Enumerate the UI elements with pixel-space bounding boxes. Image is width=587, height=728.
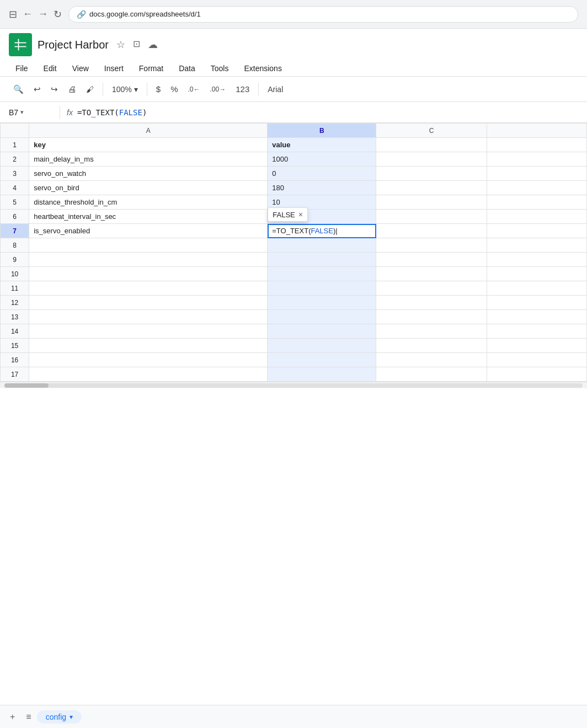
cell-d12[interactable] [487,296,587,310]
cell-c11[interactable] [376,281,487,296]
cell-d1[interactable] [487,138,587,152]
cell-a13[interactable] [29,310,268,324]
col-header-a[interactable]: A [29,124,268,138]
active-sheet-tab[interactable]: config ▾ [37,710,82,724]
cell-a11[interactable] [29,281,268,296]
cell-d6[interactable] [487,210,587,224]
cell-a3[interactable]: servo_on_watch [29,167,268,181]
sidebar-toggle-icon[interactable]: ⊟ [9,8,17,20]
cell-c2[interactable] [376,152,487,167]
cell-b7[interactable]: =TO_TEXT(FALSE)| [268,224,376,238]
cell-d8[interactable] [487,238,587,253]
currency-button[interactable]: $ [152,82,165,96]
cell-a4[interactable]: servo_on_bird [29,181,268,195]
menu-data[interactable]: Data [172,61,202,76]
cell-b9[interactable] [268,253,376,267]
cell-d2[interactable] [487,152,587,167]
cell-a17[interactable] [29,367,268,382]
cell-b3[interactable]: 0 [268,167,376,181]
cell-c10[interactable] [376,267,487,281]
cell-c15[interactable] [376,339,487,353]
menu-extensions[interactable]: Extensions [237,61,288,76]
cloud-icon[interactable]: ☁ [148,39,158,51]
cell-d17[interactable] [487,367,587,382]
cell-a2[interactable]: main_delay_in_ms [29,152,268,167]
cell-a10[interactable] [29,267,268,281]
horizontal-scrollbar[interactable] [0,382,587,388]
cell-c6[interactable] [376,210,487,224]
cell-d5[interactable] [487,195,587,210]
format-number-button[interactable]: 123 [231,82,254,96]
cell-d15[interactable] [487,339,587,353]
menu-format[interactable]: Format [132,61,170,76]
cell-d4[interactable] [487,181,587,195]
cell-c14[interactable] [376,324,487,339]
cell-a12[interactable] [29,296,268,310]
zoom-control[interactable]: 100% ▾ [108,83,142,96]
cell-c3[interactable] [376,167,487,181]
cell-a1[interactable]: key [29,138,268,152]
menu-file[interactable]: File [9,61,35,76]
sheets-menu-button[interactable]: ≡ [20,709,36,725]
scrollbar-track[interactable] [4,383,583,388]
cell-c8[interactable] [376,238,487,253]
cell-c17[interactable] [376,367,487,382]
menu-view[interactable]: View [66,61,95,76]
cell-a6[interactable]: heartbeat_interval_in_sec [29,210,268,224]
cell-a5[interactable]: distance_threshold_in_cm [29,195,268,210]
percent-button[interactable]: % [166,82,182,96]
cell-b15[interactable] [268,339,376,353]
col-header-c[interactable]: C [376,124,487,138]
cell-c13[interactable] [376,310,487,324]
cell-d7[interactable] [487,224,587,238]
refresh-icon[interactable]: ↻ [54,8,62,20]
cell-b4[interactable]: 180 [268,181,376,195]
cell-c1[interactable] [376,138,487,152]
decimal-dec-button[interactable]: .0← [184,83,205,95]
cell-c9[interactable] [376,253,487,267]
cell-d16[interactable] [487,353,587,367]
cell-d3[interactable] [487,167,587,181]
print-button[interactable]: 🖨 [63,82,81,96]
cell-c16[interactable] [376,353,487,367]
scrollbar-thumb[interactable] [4,383,49,388]
back-icon[interactable]: ← [23,8,33,20]
cell-b2[interactable]: 1000 [268,152,376,167]
cell-a9[interactable] [29,253,268,267]
col-header-b[interactable]: B [268,124,376,138]
star-icon[interactable]: ☆ [116,39,125,51]
forward-icon[interactable]: → [38,8,48,20]
cell-reference[interactable]: B7 ▾ [9,108,53,117]
cell-a15[interactable] [29,339,268,353]
url-bar[interactable]: 🔗 docs.google.com/spreadsheets/d/1 [68,6,578,23]
cell-b13[interactable] [268,310,376,324]
cell-a8[interactable] [29,238,268,253]
cell-c7[interactable] [376,224,487,238]
cell-c5[interactable] [376,195,487,210]
add-sheet-button[interactable]: + [4,709,20,725]
cell-b5[interactable]: 10 FALSE × [268,195,376,210]
undo-button[interactable]: ↩ [29,82,45,97]
cell-d9[interactable] [487,253,587,267]
autocomplete-close-icon[interactable]: × [298,210,303,219]
cell-d13[interactable] [487,310,587,324]
cell-b17[interactable] [268,367,376,382]
menu-edit[interactable]: Edit [37,61,63,76]
cell-d11[interactable] [487,281,587,296]
cell-c4[interactable] [376,181,487,195]
folder-icon[interactable]: ⊡ [133,39,140,51]
cell-b12[interactable] [268,296,376,310]
col-header-d[interactable] [487,124,587,138]
search-button[interactable]: 🔍 [9,82,28,97]
cell-d14[interactable] [487,324,587,339]
cell-d10[interactable] [487,267,587,281]
paintformat-button[interactable]: 🖌 [82,83,98,96]
decimal-inc-button[interactable]: .00→ [206,83,231,95]
menu-insert[interactable]: Insert [98,61,130,76]
cell-a7[interactable]: is_servo_enabled [29,224,268,238]
cell-b10[interactable] [268,267,376,281]
cell-b11[interactable] [268,281,376,296]
cell-b1[interactable]: value [268,138,376,152]
cell-a16[interactable] [29,353,268,367]
font-selector[interactable]: Arial [263,83,287,96]
